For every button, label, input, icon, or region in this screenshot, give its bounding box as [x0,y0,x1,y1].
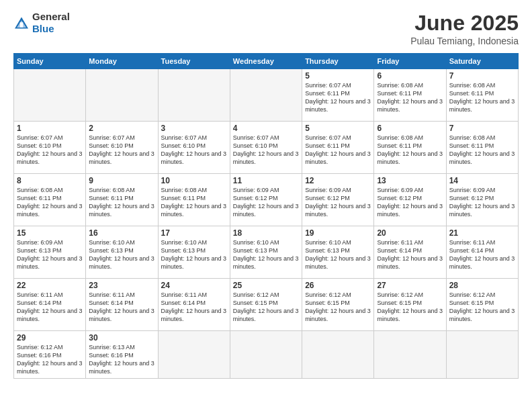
title-block: June 2025 Pulau Temiang, Indonesia [410,11,519,46]
table-cell: 6Sunrise: 6:08 AMSunset: 6:11 PMDaylight… [374,122,446,174]
table-cell [446,331,518,379]
table-cell [230,69,302,122]
logo-text: General Blue [32,11,70,35]
day-number: 5 [305,71,371,81]
day-number: 2 [89,124,154,133]
day-number: 27 [377,281,443,290]
day-number: 25 [233,281,299,290]
day-number: 19 [305,228,371,238]
day-info: Sunrise: 6:11 AMSunset: 6:14 PMDaylight:… [377,238,443,271]
header-row: Sunday Monday Tuesday Wednesday Thursday… [14,54,519,69]
day-info: Sunrise: 6:07 AMSunset: 6:10 PMDaylight:… [161,134,227,167]
table-cell: 7Sunrise: 6:08 AMSunset: 6:11 PMDaylight… [446,122,518,174]
day-info: Sunrise: 6:10 AMSunset: 6:13 PMDaylight:… [233,238,299,271]
table-cell [302,331,374,379]
day-number: 18 [233,228,299,238]
table-cell: 3Sunrise: 6:07 AMSunset: 6:10 PMDaylight… [158,122,230,174]
day-info: Sunrise: 6:08 AMSunset: 6:11 PMDaylight:… [449,134,515,167]
table-cell: 17Sunrise: 6:10 AMSunset: 6:13 PMDayligh… [158,226,230,279]
logo-general: General [32,11,70,22]
day-number: 9 [89,176,154,185]
table-cell: 14Sunrise: 6:09 AMSunset: 6:12 PMDayligh… [446,174,518,226]
day-number: 24 [161,281,227,290]
day-number: 7 [449,124,515,133]
day-number: 16 [89,228,154,238]
col-saturday: Saturday [446,54,518,69]
col-thursday: Thursday [302,54,374,69]
col-tuesday: Tuesday [158,54,230,69]
day-info: Sunrise: 6:09 AMSunset: 6:12 PMDaylight:… [233,186,299,219]
day-info: Sunrise: 6:07 AMSunset: 6:11 PMDaylight:… [305,134,371,167]
table-cell: 2Sunrise: 6:07 AMSunset: 6:10 PMDaylight… [86,122,158,174]
table-cell: 16Sunrise: 6:10 AMSunset: 6:13 PMDayligh… [86,226,158,279]
day-info: Sunrise: 6:11 AMSunset: 6:14 PMDaylight:… [17,291,83,324]
day-info: Sunrise: 6:09 AMSunset: 6:12 PMDaylight:… [377,186,443,219]
day-info: Sunrise: 6:07 AMSunset: 6:10 PMDaylight:… [89,134,154,167]
day-number: 3 [161,124,227,133]
table-cell: 24Sunrise: 6:11 AMSunset: 6:14 PMDayligh… [158,279,230,331]
table-cell: 12Sunrise: 6:09 AMSunset: 6:12 PMDayligh… [302,174,374,226]
day-info: Sunrise: 6:07 AMSunset: 6:10 PMDaylight:… [233,134,299,167]
table-cell: 19Sunrise: 6:10 AMSunset: 6:13 PMDayligh… [302,226,374,279]
svg-rect-2 [20,22,24,28]
day-info: Sunrise: 6:12 AMSunset: 6:15 PMDaylight:… [377,291,443,324]
table-cell: 4Sunrise: 6:07 AMSunset: 6:10 PMDaylight… [230,122,302,174]
calendar-table: Sunday Monday Tuesday Wednesday Thursday… [13,53,519,379]
day-number: 17 [161,228,227,238]
calendar-subtitle: Pulau Temiang, Indonesia [410,36,519,46]
day-info: Sunrise: 6:12 AMSunset: 6:16 PMDaylight:… [17,343,83,376]
day-info: Sunrise: 6:10 AMSunset: 6:13 PMDaylight:… [161,238,227,271]
table-cell [86,69,158,122]
table-cell [230,331,302,379]
day-number: 26 [305,281,371,290]
col-wednesday: Wednesday [230,54,302,69]
table-cell: 5Sunrise: 6:07 AMSunset: 6:11 PMDaylight… [302,122,374,174]
table-cell: 15Sunrise: 6:09 AMSunset: 6:13 PMDayligh… [14,226,86,279]
table-cell: 25Sunrise: 6:12 AMSunset: 6:15 PMDayligh… [230,279,302,331]
table-cell: 1Sunrise: 6:07 AMSunset: 6:10 PMDaylight… [14,122,86,174]
day-number: 6 [377,124,443,133]
table-cell: 8Sunrise: 6:08 AMSunset: 6:11 PMDaylight… [14,174,86,226]
day-info: Sunrise: 6:08 AMSunset: 6:11 PMDaylight:… [377,134,443,167]
day-info: Sunrise: 6:07 AMSunset: 6:11 PMDaylight:… [305,81,371,114]
day-info: Sunrise: 6:12 AMSunset: 6:15 PMDaylight:… [449,291,515,324]
day-info: Sunrise: 6:11 AMSunset: 6:14 PMDaylight:… [89,291,154,324]
table-cell: 27Sunrise: 6:12 AMSunset: 6:15 PMDayligh… [374,279,446,331]
table-cell: 29Sunrise: 6:12 AMSunset: 6:16 PMDayligh… [14,331,86,379]
day-info: Sunrise: 6:10 AMSunset: 6:13 PMDaylight:… [305,238,371,271]
day-number: 29 [17,333,83,342]
table-cell: 6Sunrise: 6:08 AMSunset: 6:11 PMDaylight… [374,69,446,122]
day-number: 13 [377,176,443,185]
day-number: 5 [305,124,371,133]
table-cell: 5Sunrise: 6:07 AMSunset: 6:11 PMDaylight… [302,69,374,122]
table-cell: 9Sunrise: 6:08 AMSunset: 6:11 PMDaylight… [86,174,158,226]
day-number: 28 [449,281,515,290]
day-info: Sunrise: 6:11 AMSunset: 6:14 PMDaylight:… [161,291,227,324]
logo-blue: Blue [32,23,54,34]
page: General Blue June 2025 Pulau Temiang, In… [0,0,532,411]
table-cell: 30Sunrise: 6:13 AMSunset: 6:16 PMDayligh… [86,331,158,379]
day-number: 1 [17,124,83,133]
day-number: 23 [89,281,154,290]
table-cell [14,69,86,122]
day-number: 22 [17,281,83,290]
day-info: Sunrise: 6:08 AMSunset: 6:11 PMDaylight:… [17,186,83,219]
day-number: 21 [449,228,515,238]
day-info: Sunrise: 6:09 AMSunset: 6:12 PMDaylight:… [449,186,515,219]
day-info: Sunrise: 6:08 AMSunset: 6:11 PMDaylight:… [89,186,154,219]
day-info: Sunrise: 6:07 AMSunset: 6:10 PMDaylight:… [17,134,83,167]
table-cell: 26Sunrise: 6:12 AMSunset: 6:15 PMDayligh… [302,279,374,331]
day-number: 4 [233,124,299,133]
day-number: 11 [233,176,299,185]
day-number: 10 [161,176,227,185]
col-sunday: Sunday [14,54,86,69]
table-cell: 18Sunrise: 6:10 AMSunset: 6:13 PMDayligh… [230,226,302,279]
table-cell: 13Sunrise: 6:09 AMSunset: 6:12 PMDayligh… [374,174,446,226]
table-cell: 11Sunrise: 6:09 AMSunset: 6:12 PMDayligh… [230,174,302,226]
day-info: Sunrise: 6:08 AMSunset: 6:11 PMDaylight:… [377,81,443,114]
day-number: 20 [377,228,443,238]
day-info: Sunrise: 6:10 AMSunset: 6:13 PMDaylight:… [89,238,154,271]
day-number: 14 [449,176,515,185]
table-cell [158,69,230,122]
day-info: Sunrise: 6:09 AMSunset: 6:13 PMDaylight:… [17,238,83,271]
